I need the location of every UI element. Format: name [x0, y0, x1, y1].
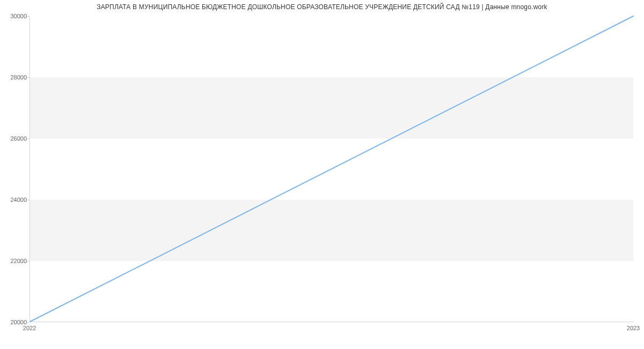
line-svg	[30, 16, 633, 322]
x-tick-label: 2022	[23, 325, 36, 331]
plot-area	[30, 16, 633, 322]
series-line	[30, 16, 633, 322]
y-tick-label: 28000	[3, 74, 27, 81]
y-tick-label: 22000	[3, 258, 27, 264]
salary-line-chart: ЗАРПЛАТА В МУНИЦИПАЛЬНОЕ БЮДЖЕТНОЕ ДОШКО…	[0, 0, 644, 349]
y-tick-label: 30000	[3, 13, 27, 19]
chart-title: ЗАРПЛАТА В МУНИЦИПАЛЬНОЕ БЮДЖЕТНОЕ ДОШКО…	[0, 3, 644, 11]
y-tick-mark	[27, 322, 30, 323]
y-tick-label: 24000	[3, 197, 27, 203]
x-tick-label: 2023	[627, 325, 640, 331]
y-tick-label: 26000	[3, 135, 27, 142]
